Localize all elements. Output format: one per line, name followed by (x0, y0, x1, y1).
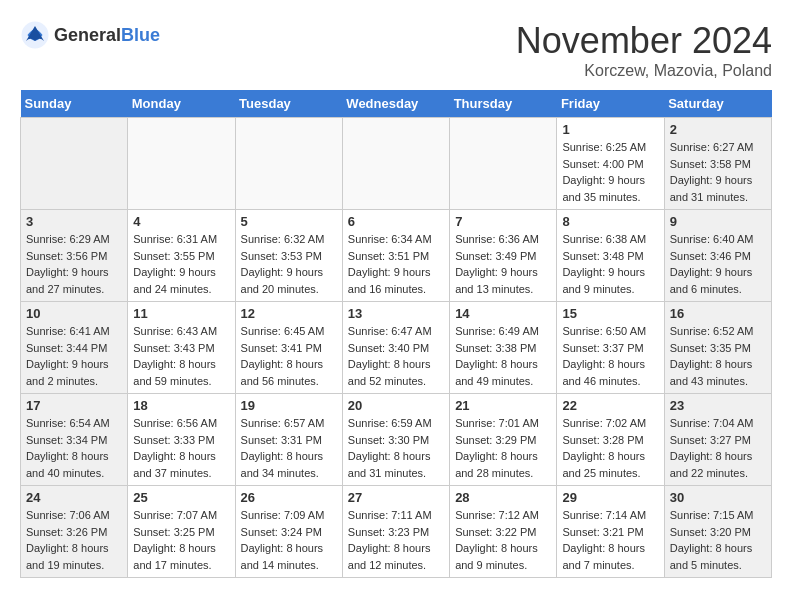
calendar-cell: 25Sunrise: 7:07 AMSunset: 3:25 PMDayligh… (128, 486, 235, 578)
day-number: 2 (670, 122, 766, 137)
calendar-cell: 6Sunrise: 6:34 AMSunset: 3:51 PMDaylight… (342, 210, 449, 302)
day-info: Sunrise: 7:12 AMSunset: 3:22 PMDaylight:… (455, 507, 551, 573)
day-info: Sunrise: 7:11 AMSunset: 3:23 PMDaylight:… (348, 507, 444, 573)
calendar-cell: 4Sunrise: 6:31 AMSunset: 3:55 PMDaylight… (128, 210, 235, 302)
calendar-cell: 21Sunrise: 7:01 AMSunset: 3:29 PMDayligh… (450, 394, 557, 486)
day-number: 5 (241, 214, 337, 229)
weekday-header-wednesday: Wednesday (342, 90, 449, 118)
calendar-cell: 8Sunrise: 6:38 AMSunset: 3:48 PMDaylight… (557, 210, 664, 302)
calendar-cell (21, 118, 128, 210)
day-info: Sunrise: 6:45 AMSunset: 3:41 PMDaylight:… (241, 323, 337, 389)
calendar-cell: 2Sunrise: 6:27 AMSunset: 3:58 PMDaylight… (664, 118, 771, 210)
calendar-cell: 27Sunrise: 7:11 AMSunset: 3:23 PMDayligh… (342, 486, 449, 578)
calendar-cell: 26Sunrise: 7:09 AMSunset: 3:24 PMDayligh… (235, 486, 342, 578)
calendar-table: SundayMondayTuesdayWednesdayThursdayFrid… (20, 90, 772, 578)
day-number: 28 (455, 490, 551, 505)
day-number: 15 (562, 306, 658, 321)
day-info: Sunrise: 7:04 AMSunset: 3:27 PMDaylight:… (670, 415, 766, 481)
calendar-cell (128, 118, 235, 210)
day-info: Sunrise: 6:32 AMSunset: 3:53 PMDaylight:… (241, 231, 337, 297)
weekday-header-saturday: Saturday (664, 90, 771, 118)
day-number: 14 (455, 306, 551, 321)
calendar-cell: 10Sunrise: 6:41 AMSunset: 3:44 PMDayligh… (21, 302, 128, 394)
week-row-3: 10Sunrise: 6:41 AMSunset: 3:44 PMDayligh… (21, 302, 772, 394)
weekday-header-row: SundayMondayTuesdayWednesdayThursdayFrid… (21, 90, 772, 118)
day-info: Sunrise: 7:07 AMSunset: 3:25 PMDaylight:… (133, 507, 229, 573)
calendar-cell: 15Sunrise: 6:50 AMSunset: 3:37 PMDayligh… (557, 302, 664, 394)
week-row-2: 3Sunrise: 6:29 AMSunset: 3:56 PMDaylight… (21, 210, 772, 302)
calendar-cell (342, 118, 449, 210)
calendar-cell: 5Sunrise: 6:32 AMSunset: 3:53 PMDaylight… (235, 210, 342, 302)
calendar-cell: 9Sunrise: 6:40 AMSunset: 3:46 PMDaylight… (664, 210, 771, 302)
header: GeneralBlue November 2024 Korczew, Mazov… (20, 20, 772, 80)
day-number: 11 (133, 306, 229, 321)
logo-text: GeneralBlue (54, 25, 160, 46)
day-number: 18 (133, 398, 229, 413)
day-number: 4 (133, 214, 229, 229)
calendar-cell: 14Sunrise: 6:49 AMSunset: 3:38 PMDayligh… (450, 302, 557, 394)
day-number: 8 (562, 214, 658, 229)
day-info: Sunrise: 6:29 AMSunset: 3:56 PMDaylight:… (26, 231, 122, 297)
day-number: 29 (562, 490, 658, 505)
day-info: Sunrise: 7:02 AMSunset: 3:28 PMDaylight:… (562, 415, 658, 481)
day-number: 12 (241, 306, 337, 321)
day-number: 3 (26, 214, 122, 229)
calendar-cell: 24Sunrise: 7:06 AMSunset: 3:26 PMDayligh… (21, 486, 128, 578)
calendar-cell: 1Sunrise: 6:25 AMSunset: 4:00 PMDaylight… (557, 118, 664, 210)
calendar-cell (235, 118, 342, 210)
calendar-cell: 16Sunrise: 6:52 AMSunset: 3:35 PMDayligh… (664, 302, 771, 394)
day-number: 19 (241, 398, 337, 413)
week-row-1: 1Sunrise: 6:25 AMSunset: 4:00 PMDaylight… (21, 118, 772, 210)
day-info: Sunrise: 6:31 AMSunset: 3:55 PMDaylight:… (133, 231, 229, 297)
day-number: 7 (455, 214, 551, 229)
month-title: November 2024 (516, 20, 772, 62)
logo-icon (20, 20, 50, 50)
calendar-cell: 28Sunrise: 7:12 AMSunset: 3:22 PMDayligh… (450, 486, 557, 578)
day-info: Sunrise: 7:06 AMSunset: 3:26 PMDaylight:… (26, 507, 122, 573)
week-row-5: 24Sunrise: 7:06 AMSunset: 3:26 PMDayligh… (21, 486, 772, 578)
calendar-cell: 12Sunrise: 6:45 AMSunset: 3:41 PMDayligh… (235, 302, 342, 394)
day-info: Sunrise: 6:25 AMSunset: 4:00 PMDaylight:… (562, 139, 658, 205)
day-info: Sunrise: 7:15 AMSunset: 3:20 PMDaylight:… (670, 507, 766, 573)
calendar-cell: 11Sunrise: 6:43 AMSunset: 3:43 PMDayligh… (128, 302, 235, 394)
day-info: Sunrise: 6:59 AMSunset: 3:30 PMDaylight:… (348, 415, 444, 481)
calendar-cell (450, 118, 557, 210)
calendar-cell: 20Sunrise: 6:59 AMSunset: 3:30 PMDayligh… (342, 394, 449, 486)
day-number: 25 (133, 490, 229, 505)
day-info: Sunrise: 7:14 AMSunset: 3:21 PMDaylight:… (562, 507, 658, 573)
day-info: Sunrise: 7:01 AMSunset: 3:29 PMDaylight:… (455, 415, 551, 481)
day-number: 6 (348, 214, 444, 229)
day-info: Sunrise: 6:52 AMSunset: 3:35 PMDaylight:… (670, 323, 766, 389)
day-number: 26 (241, 490, 337, 505)
day-number: 17 (26, 398, 122, 413)
day-info: Sunrise: 6:56 AMSunset: 3:33 PMDaylight:… (133, 415, 229, 481)
calendar-cell: 17Sunrise: 6:54 AMSunset: 3:34 PMDayligh… (21, 394, 128, 486)
day-number: 27 (348, 490, 444, 505)
day-number: 21 (455, 398, 551, 413)
logo: GeneralBlue (20, 20, 160, 50)
day-info: Sunrise: 6:40 AMSunset: 3:46 PMDaylight:… (670, 231, 766, 297)
day-info: Sunrise: 6:54 AMSunset: 3:34 PMDaylight:… (26, 415, 122, 481)
weekday-header-thursday: Thursday (450, 90, 557, 118)
day-info: Sunrise: 7:09 AMSunset: 3:24 PMDaylight:… (241, 507, 337, 573)
calendar-cell: 18Sunrise: 6:56 AMSunset: 3:33 PMDayligh… (128, 394, 235, 486)
day-number: 16 (670, 306, 766, 321)
day-info: Sunrise: 6:47 AMSunset: 3:40 PMDaylight:… (348, 323, 444, 389)
calendar-cell: 30Sunrise: 7:15 AMSunset: 3:20 PMDayligh… (664, 486, 771, 578)
day-info: Sunrise: 6:38 AMSunset: 3:48 PMDaylight:… (562, 231, 658, 297)
day-info: Sunrise: 6:49 AMSunset: 3:38 PMDaylight:… (455, 323, 551, 389)
day-number: 9 (670, 214, 766, 229)
calendar-cell: 23Sunrise: 7:04 AMSunset: 3:27 PMDayligh… (664, 394, 771, 486)
weekday-header-friday: Friday (557, 90, 664, 118)
day-number: 20 (348, 398, 444, 413)
day-number: 24 (26, 490, 122, 505)
weekday-header-tuesday: Tuesday (235, 90, 342, 118)
day-info: Sunrise: 6:34 AMSunset: 3:51 PMDaylight:… (348, 231, 444, 297)
calendar-cell: 7Sunrise: 6:36 AMSunset: 3:49 PMDaylight… (450, 210, 557, 302)
day-info: Sunrise: 6:57 AMSunset: 3:31 PMDaylight:… (241, 415, 337, 481)
week-row-4: 17Sunrise: 6:54 AMSunset: 3:34 PMDayligh… (21, 394, 772, 486)
calendar-cell: 3Sunrise: 6:29 AMSunset: 3:56 PMDaylight… (21, 210, 128, 302)
day-number: 22 (562, 398, 658, 413)
day-info: Sunrise: 6:36 AMSunset: 3:49 PMDaylight:… (455, 231, 551, 297)
calendar-cell: 19Sunrise: 6:57 AMSunset: 3:31 PMDayligh… (235, 394, 342, 486)
